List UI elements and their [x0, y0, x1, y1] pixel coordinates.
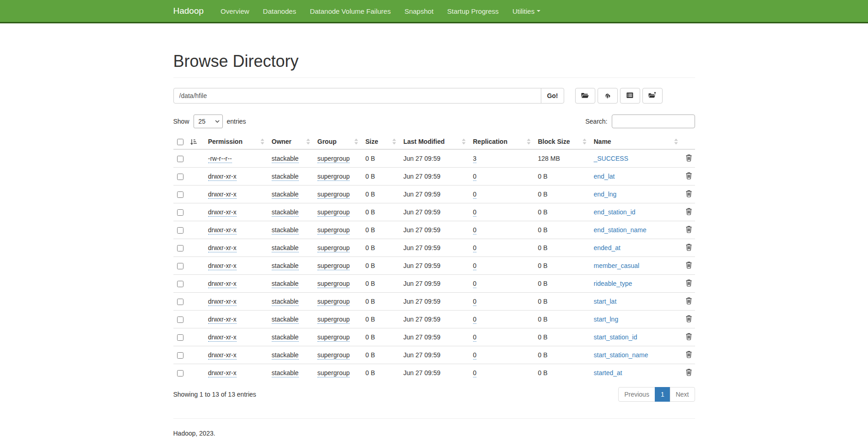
column-header-name[interactable]: Name	[590, 134, 682, 149]
nav-item-datanode-volume-failures[interactable]: Datanode Volume Failures	[303, 0, 398, 22]
row-checkbox[interactable]	[177, 299, 183, 305]
owner-value[interactable]: stackable	[272, 208, 299, 217]
row-checkbox[interactable]	[177, 263, 183, 269]
permission-value[interactable]: drwxr-xr-x	[208, 262, 237, 270]
directory-path-input[interactable]	[173, 88, 542, 104]
replication-value[interactable]: 3	[473, 155, 477, 163]
column-header-replication[interactable]: Replication	[469, 134, 534, 149]
column-header-last-modified[interactable]: Last Modified	[400, 134, 469, 149]
column-header-group[interactable]: Group	[314, 134, 362, 149]
row-checkbox[interactable]	[177, 334, 183, 341]
delete-button[interactable]	[685, 190, 692, 197]
owner-value[interactable]: stackable	[272, 369, 299, 377]
create-directory-button[interactable]	[575, 88, 595, 104]
replication-value[interactable]: 0	[473, 280, 477, 288]
column-header-permission[interactable]: Permission	[205, 134, 268, 149]
delete-button[interactable]	[685, 297, 692, 305]
permission-value[interactable]: drwxr-xr-x	[208, 369, 237, 377]
row-checkbox[interactable]	[177, 156, 183, 162]
row-checkbox[interactable]	[177, 174, 183, 180]
nav-item-overview[interactable]: Overview	[214, 0, 256, 22]
owner-value[interactable]: stackable	[272, 298, 299, 306]
select-all-checkbox[interactable]	[177, 139, 183, 145]
delete-button[interactable]	[685, 350, 692, 358]
column-header-owner[interactable]: Owner	[268, 134, 314, 149]
group-value[interactable]: supergroup	[318, 316, 350, 324]
group-value[interactable]: supergroup	[318, 155, 350, 163]
group-value[interactable]: supergroup	[318, 244, 350, 252]
permission-value[interactable]: drwxr-xr-x	[208, 298, 237, 306]
owner-value[interactable]: stackable	[272, 191, 299, 199]
group-value[interactable]: supergroup	[318, 369, 350, 377]
owner-value[interactable]: stackable	[272, 280, 299, 288]
group-value[interactable]: supergroup	[318, 333, 350, 342]
permission-value[interactable]: drwxr-xr-x	[208, 208, 237, 217]
delete-button[interactable]	[685, 315, 692, 322]
delete-button[interactable]	[685, 172, 692, 180]
file-link[interactable]: end_lng	[594, 191, 617, 198]
navbar-brand[interactable]: Hadoop	[173, 6, 204, 16]
nav-item-startup-progress[interactable]: Startup Progress	[440, 0, 506, 22]
file-link[interactable]: ended_at	[594, 244, 620, 251]
permission-value[interactable]: drwxr-xr-x	[208, 351, 237, 360]
group-value[interactable]: supergroup	[318, 226, 350, 235]
owner-value[interactable]: stackable	[272, 316, 299, 324]
file-link[interactable]: end_station_id	[594, 208, 636, 216]
file-link[interactable]: end_station_name	[594, 226, 647, 234]
permission-value[interactable]: -rw-r--r--	[208, 155, 232, 163]
file-link[interactable]: member_casual	[594, 262, 640, 269]
delete-button[interactable]	[685, 207, 692, 215]
permission-value[interactable]: drwxr-xr-x	[208, 333, 237, 342]
group-value[interactable]: supergroup	[318, 208, 350, 217]
pagination-previous[interactable]: Previous	[618, 387, 655, 402]
group-value[interactable]: supergroup	[318, 298, 350, 306]
file-link[interactable]: start_lat	[594, 298, 617, 305]
owner-value[interactable]: stackable	[272, 226, 299, 235]
replication-value[interactable]: 0	[473, 369, 477, 377]
owner-value[interactable]: stackable	[272, 155, 299, 163]
row-checkbox[interactable]	[177, 352, 183, 359]
owner-value[interactable]: stackable	[272, 244, 299, 252]
permission-value[interactable]: drwxr-xr-x	[208, 316, 237, 324]
row-checkbox[interactable]	[177, 209, 183, 216]
search-input[interactable]	[612, 115, 695, 128]
move-file-button[interactable]	[642, 88, 663, 104]
delete-button[interactable]	[685, 243, 692, 251]
delete-button[interactable]	[685, 261, 692, 269]
nav-item-utilities[interactable]: Utilities	[506, 0, 547, 22]
file-link[interactable]: start_lng	[594, 316, 619, 323]
replication-value[interactable]: 0	[473, 298, 477, 306]
delete-button[interactable]	[685, 154, 692, 162]
delete-button[interactable]	[685, 279, 692, 287]
permission-value[interactable]: drwxr-xr-x	[208, 244, 237, 252]
row-checkbox[interactable]	[177, 370, 183, 377]
go-button[interactable]: Go!	[541, 88, 564, 104]
group-value[interactable]: supergroup	[318, 262, 350, 270]
owner-value[interactable]: stackable	[272, 333, 299, 342]
column-header-block-size[interactable]: Block Size	[534, 134, 590, 149]
row-checkbox[interactable]	[177, 191, 183, 198]
replication-value[interactable]: 0	[473, 173, 477, 181]
replication-value[interactable]: 0	[473, 226, 477, 235]
nav-item-datanodes[interactable]: Datanodes	[256, 0, 303, 22]
file-link[interactable]: end_lat	[594, 173, 615, 180]
permission-value[interactable]: drwxr-xr-x	[208, 173, 237, 181]
delete-button[interactable]	[685, 368, 692, 376]
page-size-select[interactable]: 25	[194, 115, 223, 128]
replication-value[interactable]: 0	[473, 244, 477, 252]
group-value[interactable]: supergroup	[318, 351, 350, 360]
file-link[interactable]: rideable_type	[594, 280, 632, 287]
file-link[interactable]: started_at	[594, 369, 622, 377]
group-value[interactable]: supergroup	[318, 280, 350, 288]
set-quota-button[interactable]	[620, 88, 640, 104]
file-link[interactable]: start_station_name	[594, 351, 648, 359]
replication-value[interactable]: 0	[473, 208, 477, 217]
pagination-next[interactable]: Next	[670, 387, 695, 402]
permission-value[interactable]: drwxr-xr-x	[208, 280, 237, 288]
select-all-header[interactable]	[173, 134, 205, 149]
owner-value[interactable]: stackable	[272, 351, 299, 360]
replication-value[interactable]: 0	[473, 262, 477, 270]
owner-value[interactable]: stackable	[272, 262, 299, 270]
delete-button[interactable]	[685, 225, 692, 233]
row-checkbox[interactable]	[177, 281, 183, 287]
